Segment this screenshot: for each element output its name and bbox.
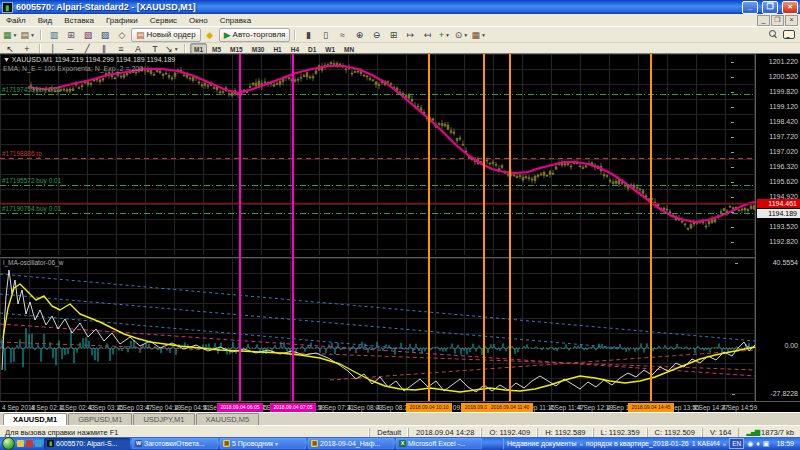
menu-item-сервис[interactable]: Сервис xyxy=(144,16,183,25)
toolbar-right-icons xyxy=(769,30,798,39)
dropdown-caret-icon: ▼ xyxy=(463,30,468,40)
task-button[interactable]: ▮6005570: Alpari-S... xyxy=(44,438,130,449)
toolbar-separator xyxy=(40,30,42,40)
quick-launch-icon[interactable] xyxy=(17,440,24,447)
zoom-out-button[interactable]: ⊖ xyxy=(368,28,384,42)
task-button-label: 6005570: Alpari-S... xyxy=(56,440,118,447)
status-help-text: Для вызова справки нажмите F1 xyxy=(0,428,369,437)
task-button[interactable]: ▣2018-09-04_Наф... xyxy=(308,438,394,449)
strategy-tester-button[interactable]: ◇ xyxy=(114,28,130,42)
taskbar-toolbar-link[interactable]: Недавние документы xyxy=(507,440,576,447)
vertical-marker-tag: 2018.09.04 10:10 xyxy=(406,403,452,412)
chart-info: ▼ XAUUSD,M1 1194.219 1194.299 1194.189 1… xyxy=(3,55,175,73)
close-button[interactable]: × xyxy=(782,1,798,14)
bid-line[interactable] xyxy=(0,203,756,204)
sub-scale-max: 40.5554 xyxy=(773,259,798,266)
price-scale[interactable]: 40.5554 0.00 -27.8228 1201.2201200.52011… xyxy=(755,54,800,401)
chart-tab-xauusd-m5[interactable]: XAUUSD,M5 xyxy=(196,413,260,425)
vertical-marker-line[interactable] xyxy=(483,54,485,401)
line-chart-icon: ≈ xyxy=(340,30,345,40)
mdi-restore-button[interactable]: ❐ xyxy=(771,15,784,26)
candlestick-chart-button[interactable]: ▯ xyxy=(317,28,333,42)
main-chart[interactable]: ▼ XAUUSD,M1 1194.219 1194.299 1194.189 1… xyxy=(0,54,756,255)
mdi-close-button[interactable]: × xyxy=(785,15,798,26)
market-watch-button[interactable]: ▥ xyxy=(46,28,62,42)
line-chart-button[interactable]: ≈ xyxy=(334,28,350,42)
menu-item-графики[interactable]: Графики xyxy=(100,16,144,25)
templates-icon: ▦ xyxy=(471,30,480,40)
new-order-icon: ▤ xyxy=(136,30,145,40)
task-button[interactable]: WЗаготовкиОтвета... xyxy=(132,438,218,449)
tray-icon[interactable]: ▣ xyxy=(763,439,770,448)
chevron-icon[interactable]: » xyxy=(723,441,726,447)
minimize-button[interactable]: _ xyxy=(742,1,758,14)
auto-trading-button[interactable]: ▶Авто-торговля xyxy=(219,28,291,42)
templates-button[interactable]: ▦▼ xyxy=(470,28,486,42)
terminal-button[interactable]: ▨ xyxy=(97,28,113,42)
language-indicator[interactable]: EN xyxy=(729,438,744,449)
price-tick: 1199.820 xyxy=(769,88,798,95)
order-line[interactable] xyxy=(0,213,756,214)
new-order-button[interactable]: ▤Новый ордер xyxy=(131,28,201,42)
tray-icon[interactable]: ♦ xyxy=(756,439,760,448)
vertical-marker-line[interactable] xyxy=(428,54,430,401)
quick-launch-icon[interactable] xyxy=(35,440,42,447)
zoom-out-icon: ⊖ xyxy=(373,30,381,40)
chart-tab-usdjpy-m1[interactable]: USDJPY,M1 xyxy=(133,413,194,425)
vertical-marker-line[interactable] xyxy=(239,54,241,401)
menu-items: ФайлВидВставкаГрафикиСервисОкноСправка xyxy=(0,16,257,25)
bars-chart-button[interactable]: ▮ xyxy=(300,28,316,42)
price-tick: 1196.320 xyxy=(769,163,798,170)
chart-workspace: ▼ XAUUSD,M1 1194.219 1194.299 1194.189 1… xyxy=(0,53,800,413)
tile-windows-button[interactable]: ⊞ xyxy=(385,28,401,42)
taskbar-toolbar-link[interactable]: 1 КАБИ4 xyxy=(692,440,720,447)
vertical-marker-line[interactable] xyxy=(292,54,294,401)
chat-icon[interactable] xyxy=(783,30,795,39)
chart-shift-button[interactable]: ↤ xyxy=(419,28,435,42)
order-line[interactable] xyxy=(0,94,756,95)
order-line[interactable] xyxy=(0,185,756,186)
restore-button[interactable]: ❐ xyxy=(762,1,778,14)
zoom-in-button[interactable]: ⊕ xyxy=(351,28,367,42)
status-cell: O: 1192.409 xyxy=(481,428,537,437)
metaeditor-button[interactable]: ◆ xyxy=(202,28,218,42)
order-line-label: #17190764 buy 0.01 xyxy=(2,205,61,212)
navigator-button[interactable]: ▧ xyxy=(80,28,96,42)
window-title: 6005570: Alpari-Standard2 - [XAUUSD,M1] xyxy=(16,2,738,12)
search-icon[interactable] xyxy=(769,30,778,39)
auto-scroll-button[interactable]: ↦ xyxy=(402,28,418,42)
vertical-marker-tag: 2018.09.04 11:40 xyxy=(487,403,533,412)
data-window-button[interactable]: ⊞ xyxy=(63,28,79,42)
chart-ohlc-line: ▼ XAUUSD,M1 1194.219 1194.299 1194.189 1… xyxy=(3,55,175,64)
task-button[interactable]: XMicrosoft Excel -... xyxy=(396,438,482,449)
tray-icon[interactable]: ◉ xyxy=(747,439,753,448)
indicators-button[interactable]: +▼ xyxy=(436,28,452,42)
menu-item-окно[interactable]: Окно xyxy=(183,16,214,25)
status-cells: Default2018.09.04 14:28O: 1192.409H: 119… xyxy=(369,428,738,437)
mdi-minimize-button[interactable]: _ xyxy=(757,15,770,26)
vertical-marker-line[interactable] xyxy=(650,54,652,401)
metaeditor-icon: ◆ xyxy=(206,30,213,40)
order-line[interactable] xyxy=(0,158,756,159)
periods-button[interactable]: ⊙▼ xyxy=(453,28,469,42)
task-button-label: 5 Проводник xyxy=(232,440,273,447)
taskbar-toolbar-link[interactable]: порядок в квартире_2018-01-26 xyxy=(586,440,689,447)
vertical-marker-line[interactable] xyxy=(509,54,511,401)
menu-item-вид[interactable]: Вид xyxy=(32,16,58,25)
menu-item-файл[interactable]: Файл xyxy=(0,16,32,25)
menu-item-справка[interactable]: Справка xyxy=(214,16,257,25)
auto-trading-button-label: Авто-торговля xyxy=(233,30,286,40)
task-button[interactable]: ▣5 Проводник▾ xyxy=(220,438,306,449)
start-button[interactable] xyxy=(2,437,15,450)
new-chart-button[interactable]: ▦▼ xyxy=(2,28,18,42)
chevron-icon[interactable]: » xyxy=(579,441,582,447)
profiles-button[interactable]: ▤▼ xyxy=(19,28,35,42)
menu-item-вставка[interactable]: Вставка xyxy=(58,16,100,25)
quick-launch-icon[interactable] xyxy=(26,440,33,447)
chart-tab-xauusd-m1[interactable]: XAUUSD,M1 xyxy=(3,413,67,425)
chart-tab-gbpusd-m1[interactable]: GBPUSD,M1 xyxy=(68,413,132,425)
toolbar-separator xyxy=(294,30,296,40)
indicator-subwindow[interactable]: i_MA-oscillator-06_w xyxy=(0,257,756,402)
terminal-icon: ▨ xyxy=(101,30,110,40)
task-button-icon: X xyxy=(399,440,406,447)
